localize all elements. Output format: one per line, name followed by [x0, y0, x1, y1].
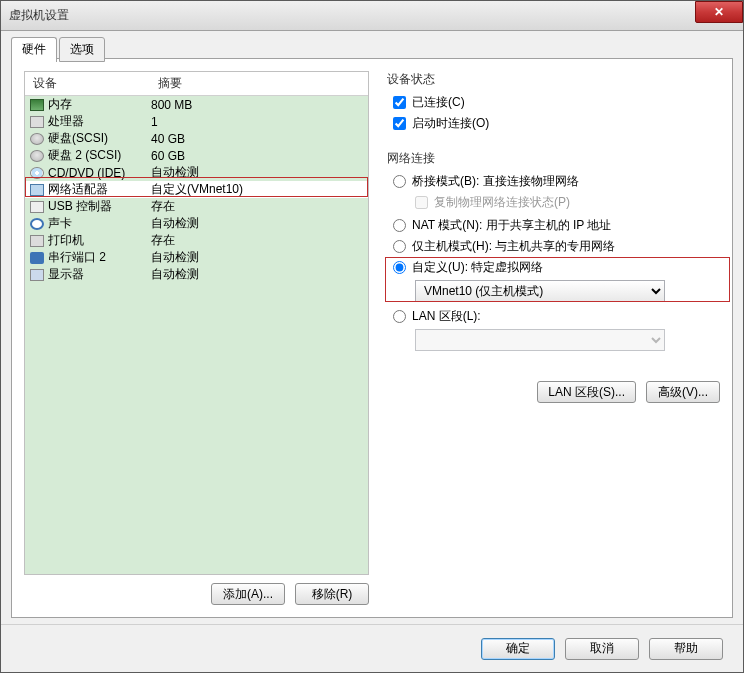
tab-options[interactable]: 选项: [59, 37, 105, 62]
connected-label: 已连接(C): [412, 94, 465, 111]
ok-button[interactable]: 确定: [481, 638, 555, 660]
nat-label: NAT 模式(N): 用于共享主机的 IP 地址: [412, 217, 611, 234]
lan-label: LAN 区段(L):: [412, 308, 481, 325]
device-summary: 1: [151, 115, 368, 129]
close-button[interactable]: ✕: [695, 1, 743, 23]
device-summary: 40 GB: [151, 132, 368, 146]
group-network-connection: 网络连接 桥接模式(B): 直接连接物理网络 复制物理网络连接状态(P) NAT…: [387, 150, 720, 357]
device-name: CD/DVD (IDE): [48, 166, 151, 180]
mem-icon: [29, 98, 45, 112]
lan-radio[interactable]: [393, 310, 406, 323]
tab-strip: 硬件 选项: [11, 37, 733, 62]
cd-icon: [29, 166, 45, 180]
device-summary: 60 GB: [151, 149, 368, 163]
replicate-label: 复制物理网络连接状态(P): [434, 194, 570, 211]
bridged-radio[interactable]: [393, 175, 406, 188]
group-device-status: 设备状态 已连接(C) 启动时连接(O): [387, 71, 720, 136]
add-button[interactable]: 添加(A)...: [211, 583, 285, 605]
tab-panel-hardware: 设备 摘要 内存800 MB处理器1硬盘(SCSI)40 GB硬盘 2 (SCS…: [11, 58, 733, 618]
left-button-bar: 添加(A)... 移除(R): [24, 583, 369, 605]
device-row[interactable]: 内存800 MB: [25, 96, 368, 113]
device-summary: 自动检测: [151, 215, 368, 232]
device-name: 显示器: [48, 266, 151, 283]
bridged-label: 桥接模式(B): 直接连接物理网络: [412, 173, 579, 190]
device-row[interactable]: 打印机存在: [25, 232, 368, 249]
lan-segment-combo: [415, 329, 665, 351]
prn-icon: [29, 234, 45, 248]
col-summary: 摘要: [150, 72, 368, 95]
vm-settings-window: 虚拟机设置 ✕ 硬件 选项 设备 摘要 内存800 M: [0, 0, 744, 673]
highlight-custom: [385, 257, 730, 302]
col-device: 设备: [25, 72, 150, 95]
left-pane: 设备 摘要 内存800 MB处理器1硬盘(SCSI)40 GB硬盘 2 (SCS…: [24, 71, 369, 605]
hdd-icon: [29, 149, 45, 163]
close-icon: ✕: [714, 5, 724, 19]
advanced-button[interactable]: 高级(V)...: [646, 381, 720, 403]
cancel-button[interactable]: 取消: [565, 638, 639, 660]
device-name: 内存: [48, 96, 151, 113]
connected-checkbox[interactable]: [393, 96, 406, 109]
tab-hardware[interactable]: 硬件: [11, 37, 57, 62]
device-summary: 自定义(VMnet10): [151, 181, 368, 198]
host-only-radio[interactable]: [393, 240, 406, 253]
device-row[interactable]: CD/DVD (IDE)自动检测: [25, 164, 368, 181]
lan-segments-button[interactable]: LAN 区段(S)...: [537, 381, 636, 403]
content-area: 硬件 选项 设备 摘要 内存800 MB处理器1硬盘(SCSI)40 GB硬盘 …: [1, 31, 743, 624]
device-summary: 自动检测: [151, 164, 368, 181]
device-name: 硬盘(SCSI): [48, 130, 151, 147]
hdd-icon: [29, 132, 45, 146]
right-pane: 设备状态 已连接(C) 启动时连接(O) 网络连接: [369, 71, 720, 605]
nat-radio[interactable]: [393, 219, 406, 232]
host-only-label: 仅主机模式(H): 与主机共享的专用网络: [412, 238, 615, 255]
check-replicate-state: 复制物理网络连接状态(P): [387, 194, 720, 211]
device-status-title: 设备状态: [387, 71, 720, 88]
device-name: 处理器: [48, 113, 151, 130]
cpu-icon: [29, 115, 45, 129]
help-button[interactable]: 帮助: [649, 638, 723, 660]
net-icon: [29, 183, 45, 197]
titlebar: 虚拟机设置 ✕: [1, 1, 743, 31]
device-list[interactable]: 设备 摘要 内存800 MB处理器1硬盘(SCSI)40 GB硬盘 2 (SCS…: [24, 71, 369, 575]
radio-host-only[interactable]: 仅主机模式(H): 与主机共享的专用网络: [387, 238, 720, 255]
usb-icon: [29, 200, 45, 214]
device-summary: 存在: [151, 232, 368, 249]
remove-button[interactable]: 移除(R): [295, 583, 369, 605]
device-name: 串行端口 2: [48, 249, 151, 266]
radio-lan-segment[interactable]: LAN 区段(L):: [387, 308, 720, 325]
snd-icon: [29, 217, 45, 231]
device-summary: 800 MB: [151, 98, 368, 112]
disp-icon: [29, 268, 45, 282]
ser-icon: [29, 251, 45, 265]
device-row[interactable]: USB 控制器存在: [25, 198, 368, 215]
bottom-button-bar: 确定 取消 帮助: [1, 624, 743, 672]
device-row[interactable]: 处理器1: [25, 113, 368, 130]
device-name: 硬盘 2 (SCSI): [48, 147, 151, 164]
radio-bridged[interactable]: 桥接模式(B): 直接连接物理网络: [387, 173, 720, 190]
device-row[interactable]: 显示器自动检测: [25, 266, 368, 283]
check-connect-at-power-on[interactable]: 启动时连接(O): [387, 115, 720, 132]
device-name: 声卡: [48, 215, 151, 232]
replicate-checkbox: [415, 196, 428, 209]
network-connection-title: 网络连接: [387, 150, 720, 167]
right-button-bar: LAN 区段(S)... 高级(V)...: [387, 381, 720, 403]
device-row[interactable]: 串行端口 2自动检测: [25, 249, 368, 266]
device-row[interactable]: 硬盘(SCSI)40 GB: [25, 130, 368, 147]
device-name: 网络适配器: [48, 181, 151, 198]
device-row[interactable]: 网络适配器自定义(VMnet10): [25, 181, 368, 198]
connect-at-power-on-checkbox[interactable]: [393, 117, 406, 130]
radio-nat[interactable]: NAT 模式(N): 用于共享主机的 IP 地址: [387, 217, 720, 234]
check-connected[interactable]: 已连接(C): [387, 94, 720, 111]
window-title: 虚拟机设置: [9, 7, 69, 24]
device-summary: 自动检测: [151, 249, 368, 266]
device-list-header: 设备 摘要: [25, 72, 368, 96]
device-name: 打印机: [48, 232, 151, 249]
connect-at-power-on-label: 启动时连接(O): [412, 115, 489, 132]
device-row[interactable]: 硬盘 2 (SCSI)60 GB: [25, 147, 368, 164]
device-summary: 存在: [151, 198, 368, 215]
device-row[interactable]: 声卡自动检测: [25, 215, 368, 232]
lan-segment-select: [415, 329, 665, 351]
device-summary: 自动检测: [151, 266, 368, 283]
device-name: USB 控制器: [48, 198, 151, 215]
